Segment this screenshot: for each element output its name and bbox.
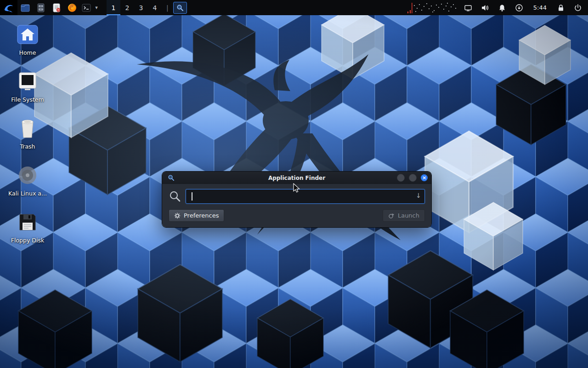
preferences-label: Preferences [184,212,219,219]
close-button[interactable]: × [421,174,428,181]
mouse-cursor [293,183,302,193]
desktop-icon-label: File System [11,96,44,103]
app-finder-window-icon [168,174,175,181]
desktop-icon-trash[interactable]: Trash [6,117,50,150]
terminal-launcher[interactable] [80,0,93,15]
lock-icon [557,4,565,12]
file-cabinet-icon [36,3,46,13]
volume-icon [481,4,489,12]
kali-docs-icon [17,164,39,186]
desktop-icon-label: Floppy Disk [11,237,44,244]
text-editor-icon [51,3,62,13]
desktop-icon-label: Home [19,49,36,56]
panel-separator: | [166,4,169,12]
gear-icon [174,213,181,219]
workspace-1[interactable]: 1 [107,0,120,15]
search-field[interactable]: ↓ [186,189,425,204]
file-manager-icon [20,3,30,13]
launch-button[interactable]: Launch [383,209,425,222]
volume-tray-button[interactable] [481,0,490,15]
files-launcher[interactable] [33,0,49,15]
window-title: Application Finder [166,175,428,181]
display-icon [464,4,472,12]
update-icon [515,4,523,12]
workspace-4[interactable]: 4 [148,0,162,15]
search-input[interactable] [186,190,424,203]
power-tray-button[interactable] [573,0,582,15]
notifications-tray-button[interactable] [498,0,507,15]
firefox-launcher[interactable] [64,0,80,15]
bell-icon [498,4,506,12]
system-monitor-graph[interactable] [406,2,459,14]
system-tray: 5:44 [464,0,588,15]
desktop-icon-label: Trash [20,143,35,150]
maximize-button[interactable] [409,174,417,182]
preferences-button[interactable]: Preferences [169,209,224,222]
desktop-icon-floppy-disk[interactable]: Floppy Disk [6,211,50,244]
desktop-icon-home[interactable]: Home [6,23,50,56]
minimize-button[interactable] [397,174,405,182]
close-icon: × [422,175,426,180]
terminal-icon [81,3,91,13]
trash-icon [17,117,39,139]
top-panel: ▾ 1 2 3 4 | [0,0,588,15]
power-icon [574,4,582,12]
desktop-screen: ▾ 1 2 3 4 | [0,0,588,368]
launch-label: Launch [398,212,419,219]
screenlock-tray-button[interactable] [556,0,565,15]
floppy-disk-icon [17,211,39,233]
dropdown-arrow-icon[interactable]: ↓ [416,192,421,199]
workspace-3[interactable]: 3 [134,0,148,15]
app-finder-icon [176,4,184,12]
titlebar[interactable]: Application Finder × [162,172,431,184]
firefox-icon [67,3,77,13]
desktop-icon-kali-linux[interactable]: Kali Linux a... [6,164,50,197]
desktop-icon-list: Home File System Trash [6,23,50,258]
workspace-2[interactable]: 2 [120,0,134,15]
text-caret [192,192,192,201]
application-finder-window: Application Finder × ↓ [162,171,432,228]
clock[interactable]: 5:44 [531,4,548,11]
chevron-down-icon: ▾ [95,5,98,11]
launch-icon [388,213,395,219]
desktop-icon-file-system[interactable]: File System [6,70,50,103]
search-icon [169,190,181,203]
display-tray-button[interactable] [464,0,473,15]
updates-tray-button[interactable] [514,0,524,15]
text-editor-launcher[interactable] [49,0,64,15]
terminal-dropdown-button[interactable]: ▾ [93,0,100,15]
home-icon [17,23,39,46]
kali-logo-icon [4,3,14,13]
filesystem-icon [17,70,39,92]
applications-menu-button[interactable] [0,0,17,15]
desktop-icon-label: Kali Linux a... [8,190,47,197]
workspace-switcher: 1 2 3 4 [107,0,162,15]
app-finder-button[interactable] [173,2,187,14]
file-manager-launcher[interactable] [17,0,33,15]
